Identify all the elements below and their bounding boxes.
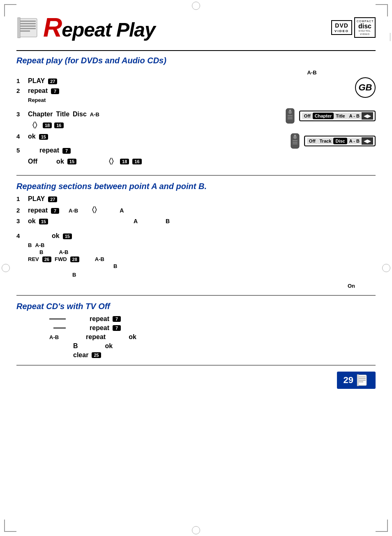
s2-step3: 3 ok 15 A B: [16, 217, 376, 225]
step4-num: 4: [16, 133, 25, 140]
corner-mark-tr: [376, 4, 388, 16]
s2-step2-repeat: repeat: [28, 207, 48, 214]
section-repeat-play: Repeat play (for DVDs and Audio CDs) A-B…: [16, 56, 376, 169]
dvd-text: DVD: [334, 22, 349, 29]
s3-ab: A-B: [49, 334, 59, 340]
s2-sub-fwd: FWD: [55, 256, 67, 262]
osd1-chapter: Chapter: [313, 113, 334, 119]
s2-step2: 2 repeat 7 A-B 〈〉 A: [16, 205, 376, 215]
s2-sub-ab3: A-B: [95, 256, 104, 262]
s2-step1: 1 PLAY 27: [16, 195, 376, 203]
s2-step2-angle: 〈〉: [88, 205, 100, 215]
s2-sub-b2: B: [39, 249, 43, 255]
s2-sub-on: On: [28, 283, 376, 289]
step5-18: 18: [120, 159, 129, 164]
s3-ok2: ok: [105, 342, 113, 350]
title-big-r: R: [43, 13, 62, 42]
step3-disc: Disc: [73, 111, 87, 118]
s2-step4-sub: B A-B B A-B REV 26 FWD 28 A-B B: [28, 242, 376, 289]
step3-chapter: Chapter: [28, 111, 53, 118]
s2-sub-ab2: A-B: [59, 249, 68, 255]
step5-ok-badge: 15: [67, 159, 76, 164]
step3-title: Title: [56, 111, 69, 118]
s2-step3-badge: 15: [39, 219, 48, 224]
s2-sub-ab1: A-B: [35, 242, 44, 248]
reg-mark-right: [382, 264, 390, 272]
s3-repeat2: repeat: [90, 324, 109, 332]
reg-mark-left: [2, 264, 10, 272]
svg-rect-11: [288, 118, 293, 119]
osd2-bar: Off Track Disc A - B ◀▶: [304, 136, 376, 146]
step3-num: 3: [16, 111, 25, 118]
s3-line2: repeat 7: [49, 324, 376, 332]
s2-sub-b4-text: B: [72, 272, 76, 278]
step2-badge: 7: [51, 88, 59, 94]
svg-rect-15: [293, 140, 297, 141]
step3-num16: 16: [54, 122, 63, 128]
step5-16: 16: [132, 159, 141, 164]
s2-sub-line2: B A-B: [28, 249, 376, 255]
s2-step3-num: 3: [16, 217, 25, 224]
reg-mark-top: [192, 2, 200, 10]
header-divider: [16, 50, 376, 51]
s2-step2-point-a: A: [120, 207, 124, 214]
step3-line: 3 Chapter Title Disc A-B: [16, 111, 252, 118]
s2-step2-badge: 7: [51, 208, 59, 214]
s3-line4: B ok: [49, 342, 376, 350]
svg-rect-24: [357, 374, 359, 386]
s3-clear: clear: [73, 351, 88, 359]
s2-sub-rev: REV: [28, 256, 39, 262]
step5-repeat: repeat: [39, 147, 59, 154]
compact-disc-logo: COMPACT disc DIGITAL VIDEO: [354, 17, 376, 38]
s2-on-label: On: [348, 283, 355, 289]
page-header: Repeat Play DVD VIDEO COMPACT disc DIGIT…: [16, 4, 376, 47]
svg-rect-2: [20, 23, 36, 24]
osd1-ab: A - B: [347, 113, 362, 119]
osd2-track: Track: [318, 138, 334, 144]
section2-divider: [16, 295, 376, 296]
step3-num18: 18: [43, 122, 52, 128]
section1-divider: [16, 175, 376, 176]
osd2-off: Off: [307, 138, 318, 144]
section2-title: Repeating sections between point A and p…: [16, 182, 376, 191]
svg-rect-3: [20, 25, 36, 27]
s2-step3-point-a: A: [134, 218, 138, 224]
section1-left: 1 PLAY 27 2 repeat 7 Repeat: [16, 77, 252, 169]
step1-badge: 27: [48, 79, 57, 84]
step5: 5 repeat 7 Off ok 15 〈〉 18 16: [16, 147, 252, 166]
ab-top-label: A-B: [248, 69, 376, 76]
section1-two-col: 1 PLAY 27 2 repeat 7 Repeat: [16, 77, 376, 169]
step5-sub: Off ok 15 〈〉 18 16: [28, 157, 252, 166]
page-book-icon: [357, 374, 369, 386]
step2-sub: Repeat: [28, 97, 252, 103]
step1-num: 1: [16, 77, 25, 84]
step5-ok: ok: [56, 158, 64, 165]
svg-rect-20: [358, 377, 366, 377]
svg-rect-10: [288, 117, 293, 118]
step5-line1: 5 repeat 7: [16, 147, 252, 154]
page-num-badge: 29: [337, 372, 376, 389]
s2-sub-b1: B: [28, 242, 32, 248]
s2-sub-rev-badge: 26: [42, 256, 51, 262]
s2-sub-b3: B: [113, 263, 117, 269]
osd1-arrow-right: ◀▶: [362, 112, 373, 120]
step1: 1 PLAY 27: [16, 77, 252, 85]
s2-step2-num: 2: [16, 207, 25, 214]
book-icon: [16, 16, 39, 39]
svg-rect-6: [18, 18, 20, 38]
step2-repeat: repeat: [28, 87, 48, 95]
s2-step3-point-b: B: [166, 218, 170, 224]
osd1-title: Title: [334, 113, 347, 119]
svg-rect-4: [20, 28, 36, 29]
s2-step1-play: PLAY: [28, 195, 45, 203]
osd2-remote: [288, 133, 302, 149]
svg-rect-1: [20, 21, 36, 22]
step3-sub: 〈〉 18 16: [28, 120, 252, 130]
corner-mark-br: [376, 520, 388, 532]
step4-ok: ok: [28, 133, 36, 140]
osd1-row: Off Chapter Title A - B ◀▶: [284, 108, 376, 124]
step5-num: 5: [16, 147, 25, 154]
section1-title: Repeat play (for DVDs and Audio CDs): [16, 56, 376, 65]
video-text: VIDEO: [334, 29, 349, 33]
section3-steps: repeat 7 repeat 7 A-B repeat ok B ok: [16, 315, 376, 359]
